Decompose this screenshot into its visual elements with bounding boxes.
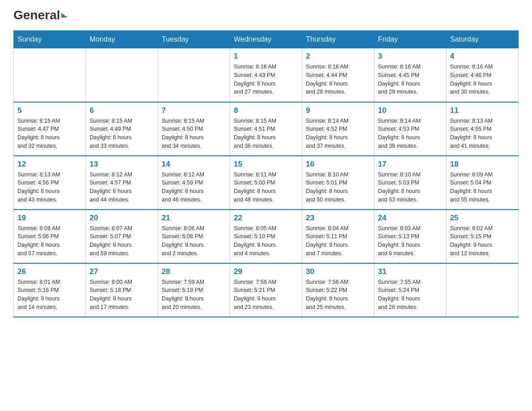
day-number: 17: [378, 160, 442, 169]
calendar-day-cell: 20Sunrise: 8:07 AM Sunset: 5:07 PM Dayli…: [86, 210, 158, 263]
day-info: Sunrise: 8:11 AM Sunset: 5:00 PM Dayligh…: [234, 171, 298, 204]
day-info: Sunrise: 8:16 AM Sunset: 4:43 PM Dayligh…: [234, 63, 298, 96]
day-info: Sunrise: 8:02 AM Sunset: 5:15 PM Dayligh…: [450, 224, 515, 258]
calendar-day-cell: 5Sunrise: 8:15 AM Sunset: 4:47 PM Daylig…: [14, 102, 86, 156]
day-number: 2: [306, 52, 370, 61]
day-of-week-header: Wednesday: [230, 31, 302, 48]
day-of-week-header: Friday: [374, 31, 446, 48]
day-number: 30: [306, 267, 370, 276]
day-number: 16: [306, 160, 370, 169]
calendar-day-cell: 16Sunrise: 8:10 AM Sunset: 5:01 PM Dayli…: [302, 156, 374, 210]
day-info: Sunrise: 8:12 AM Sunset: 4:59 PM Dayligh…: [162, 171, 226, 204]
day-number: 14: [162, 160, 226, 169]
day-info: Sunrise: 8:10 AM Sunset: 5:01 PM Dayligh…: [306, 171, 370, 204]
calendar-day-cell: [86, 48, 158, 102]
day-number: 29: [234, 267, 298, 276]
day-info: Sunrise: 8:12 AM Sunset: 4:57 PM Dayligh…: [90, 171, 154, 204]
day-number: 15: [234, 160, 298, 169]
day-number: 5: [17, 106, 82, 115]
calendar-day-cell: 15Sunrise: 8:11 AM Sunset: 5:00 PM Dayli…: [230, 156, 302, 210]
calendar-day-cell: 2Sunrise: 8:16 AM Sunset: 4:44 PM Daylig…: [302, 48, 374, 102]
calendar-day-cell: 26Sunrise: 8:01 AM Sunset: 5:16 PM Dayli…: [14, 263, 86, 317]
calendar-day-cell: 31Sunrise: 7:55 AM Sunset: 5:24 PM Dayli…: [374, 263, 446, 317]
day-of-week-header: Monday: [86, 31, 158, 48]
day-number: 11: [450, 106, 515, 115]
day-number: 23: [306, 214, 370, 223]
day-number: 20: [90, 214, 154, 223]
day-number: 22: [234, 214, 298, 223]
day-number: 1: [234, 52, 298, 61]
calendar-day-cell: 3Sunrise: 8:16 AM Sunset: 4:45 PM Daylig…: [374, 48, 446, 102]
calendar-day-cell: 24Sunrise: 8:03 AM Sunset: 5:13 PM Dayli…: [374, 210, 446, 263]
day-info: Sunrise: 8:14 AM Sunset: 4:52 PM Dayligh…: [306, 117, 370, 150]
calendar-day-cell: 4Sunrise: 8:16 AM Sunset: 4:46 PM Daylig…: [446, 48, 519, 102]
day-of-week-header: Sunday: [14, 31, 86, 48]
calendar-week-row: 5Sunrise: 8:15 AM Sunset: 4:47 PM Daylig…: [14, 102, 519, 156]
calendar-day-cell: 29Sunrise: 7:58 AM Sunset: 5:21 PM Dayli…: [230, 263, 302, 317]
day-number: 12: [17, 160, 82, 169]
calendar-day-cell: [158, 48, 230, 102]
day-number: 31: [378, 267, 442, 276]
day-number: 27: [90, 267, 154, 276]
logo-general-text: General: [13, 9, 68, 21]
day-info: Sunrise: 8:05 AM Sunset: 5:10 PM Dayligh…: [234, 224, 298, 258]
day-info: Sunrise: 8:16 AM Sunset: 4:45 PM Dayligh…: [378, 63, 442, 96]
day-info: Sunrise: 8:06 AM Sunset: 5:08 PM Dayligh…: [162, 224, 226, 258]
calendar-day-cell: 8Sunrise: 8:15 AM Sunset: 4:51 PM Daylig…: [230, 102, 302, 156]
day-number: 3: [378, 52, 442, 61]
calendar-day-cell: 10Sunrise: 8:14 AM Sunset: 4:53 PM Dayli…: [374, 102, 446, 156]
day-info: Sunrise: 8:07 AM Sunset: 5:07 PM Dayligh…: [90, 224, 154, 258]
day-number: 13: [90, 160, 154, 169]
day-number: 25: [450, 214, 515, 223]
day-info: Sunrise: 8:00 AM Sunset: 5:18 PM Dayligh…: [90, 278, 154, 312]
calendar-day-cell: 9Sunrise: 8:14 AM Sunset: 4:52 PM Daylig…: [302, 102, 374, 156]
calendar-day-cell: 19Sunrise: 8:08 AM Sunset: 5:06 PM Dayli…: [14, 210, 86, 263]
calendar-table: SundayMondayTuesdayWednesdayThursdayFrid…: [13, 30, 519, 317]
calendar-week-row: 1Sunrise: 8:16 AM Sunset: 4:43 PM Daylig…: [14, 48, 519, 102]
calendar-day-cell: 6Sunrise: 8:15 AM Sunset: 4:49 PM Daylig…: [86, 102, 158, 156]
day-number: 21: [162, 214, 226, 223]
day-number: 7: [162, 106, 226, 115]
calendar-day-cell: 23Sunrise: 8:04 AM Sunset: 5:11 PM Dayli…: [302, 210, 374, 263]
day-info: Sunrise: 8:15 AM Sunset: 4:50 PM Dayligh…: [162, 117, 226, 150]
day-number: 18: [450, 160, 515, 169]
day-info: Sunrise: 7:55 AM Sunset: 5:24 PM Dayligh…: [378, 278, 442, 312]
calendar-day-cell: 7Sunrise: 8:15 AM Sunset: 4:50 PM Daylig…: [158, 102, 230, 156]
calendar-day-cell: 25Sunrise: 8:02 AM Sunset: 5:15 PM Dayli…: [446, 210, 519, 263]
day-info: Sunrise: 8:15 AM Sunset: 4:51 PM Dayligh…: [234, 117, 298, 150]
day-of-week-header: Tuesday: [158, 31, 230, 48]
day-number: 19: [17, 214, 82, 223]
calendar-day-cell: 14Sunrise: 8:12 AM Sunset: 4:59 PM Dayli…: [158, 156, 230, 210]
day-info: Sunrise: 7:56 AM Sunset: 5:22 PM Dayligh…: [306, 278, 370, 312]
calendar-day-cell: 13Sunrise: 8:12 AM Sunset: 4:57 PM Dayli…: [86, 156, 158, 210]
calendar-header-row: SundayMondayTuesdayWednesdayThursdayFrid…: [14, 31, 519, 48]
calendar-day-cell: [14, 48, 86, 102]
day-info: Sunrise: 8:16 AM Sunset: 4:46 PM Dayligh…: [450, 63, 515, 96]
calendar-day-cell: 27Sunrise: 8:00 AM Sunset: 5:18 PM Dayli…: [86, 263, 158, 317]
day-info: Sunrise: 7:58 AM Sunset: 5:21 PM Dayligh…: [234, 278, 298, 312]
day-info: Sunrise: 8:13 AM Sunset: 4:55 PM Dayligh…: [450, 117, 515, 150]
day-of-week-header: Thursday: [302, 31, 374, 48]
day-info: Sunrise: 8:15 AM Sunset: 4:49 PM Dayligh…: [90, 117, 154, 150]
logo: General: [13, 9, 68, 21]
day-number: 6: [90, 106, 154, 115]
day-info: Sunrise: 8:15 AM Sunset: 4:47 PM Dayligh…: [17, 117, 82, 150]
day-number: 24: [378, 214, 442, 223]
logo-triangle-icon: [61, 13, 68, 17]
calendar-week-row: 12Sunrise: 8:13 AM Sunset: 4:56 PM Dayli…: [14, 156, 519, 210]
day-info: Sunrise: 8:10 AM Sunset: 5:03 PM Dayligh…: [378, 171, 442, 204]
day-info: Sunrise: 8:04 AM Sunset: 5:11 PM Dayligh…: [306, 224, 370, 258]
calendar-day-cell: 1Sunrise: 8:16 AM Sunset: 4:43 PM Daylig…: [230, 48, 302, 102]
day-number: 8: [234, 106, 298, 115]
day-number: 26: [17, 267, 82, 276]
calendar-day-cell: 12Sunrise: 8:13 AM Sunset: 4:56 PM Dayli…: [14, 156, 86, 210]
day-number: 10: [378, 106, 442, 115]
day-info: Sunrise: 8:09 AM Sunset: 5:04 PM Dayligh…: [450, 171, 515, 204]
day-info: Sunrise: 8:14 AM Sunset: 4:53 PM Dayligh…: [378, 117, 442, 150]
day-info: Sunrise: 8:01 AM Sunset: 5:16 PM Dayligh…: [17, 278, 82, 312]
calendar-week-row: 19Sunrise: 8:08 AM Sunset: 5:06 PM Dayli…: [14, 210, 519, 263]
calendar-day-cell: 11Sunrise: 8:13 AM Sunset: 4:55 PM Dayli…: [446, 102, 519, 156]
calendar-day-cell: [446, 263, 519, 317]
day-info: Sunrise: 8:03 AM Sunset: 5:13 PM Dayligh…: [378, 224, 442, 258]
day-of-week-header: Saturday: [446, 31, 519, 48]
